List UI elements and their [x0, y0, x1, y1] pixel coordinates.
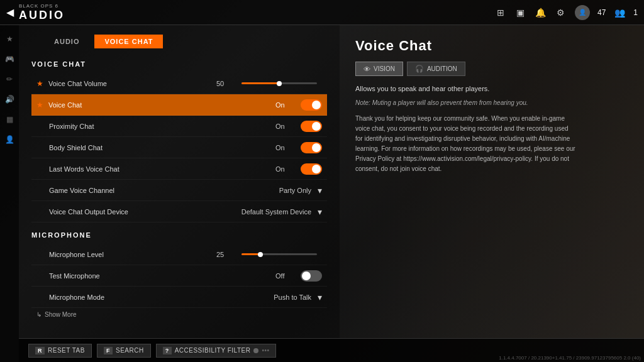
topbar-right: ⊞ ▣ 🔔 ⚙ 👤 47 👥 1: [494, 5, 638, 20]
last-words-label: Last Words Voice Chat: [36, 165, 275, 173]
logo-subtitle: BLACK OPS 6: [19, 3, 65, 9]
grid-icon[interactable]: ⊞: [494, 6, 507, 19]
voice-chat-volume-value: 50: [216, 80, 235, 87]
microphone-level-label: Microphone Level: [36, 251, 216, 258]
output-device-dropdown-icon[interactable]: ▾: [318, 207, 322, 217]
vision-tab-label: VISION: [374, 65, 395, 72]
setting-row-proximity-chat[interactable]: Proximity Chat On: [31, 116, 327, 137]
friends-icon[interactable]: 👥: [613, 6, 626, 19]
last-words-value: On: [275, 165, 294, 173]
detail-body: Thank you for helping keep our community…: [355, 114, 575, 174]
detail-panel: Voice Chat 👁 VISION 🎧 AUDITION Allows yo…: [340, 25, 644, 362]
proximity-chat-value: On: [275, 123, 294, 130]
voice-chat-toggle-knob: [312, 101, 321, 109]
show-more-button[interactable]: ↳ Show More: [31, 308, 327, 321]
last-words-toggle-knob: [312, 165, 321, 173]
voice-chat-value: On: [275, 101, 294, 109]
setting-row-last-words[interactable]: Last Words Voice Chat On: [31, 158, 327, 180]
body-shield-chat-toggle-knob: [312, 143, 321, 152]
audition-tab-label: AUDITION: [427, 65, 457, 72]
detail-tabs: 👁 VISION 🎧 AUDITION: [355, 62, 628, 76]
accessibility-filter-dot: [253, 348, 258, 353]
voice-chat-section-header: VOICE CHAT: [31, 58, 327, 70]
detail-title: Voice Chat: [355, 38, 628, 54]
game-voice-channel-label: Game Voice Channel: [36, 187, 279, 194]
sidebar-item-edit[interactable]: ✏: [2, 72, 17, 87]
gear-icon[interactable]: ⚙: [555, 6, 567, 19]
test-microphone-value: Off: [275, 272, 294, 280]
test-microphone-label: Test Microphone: [36, 272, 275, 280]
microphone-mode-value: Push to Talk: [274, 293, 311, 301]
avatar[interactable]: 👤: [575, 5, 590, 20]
microphone-mode-dropdown-icon[interactable]: ▾: [318, 292, 322, 302]
setting-row-game-voice-channel[interactable]: Game Voice Channel Party Only ▾: [31, 180, 327, 201]
search-key: F: [104, 347, 113, 354]
proximity-chat-label: Proximity Chat: [36, 123, 275, 130]
monitor-icon[interactable]: ▣: [514, 6, 527, 19]
star-icon-voice-chat-volume: ★: [36, 79, 43, 88]
topbar: ◀ BLACK OPS 6 AUDIO ⊞ ▣ 🔔 ⚙ 👤 47 👥 1: [0, 0, 644, 25]
sidebar: ★ 🎮 ✏ 🔊 ▦ 👤: [0, 25, 19, 362]
detail-tab-audition[interactable]: 🎧 AUDITION: [407, 62, 465, 76]
last-words-toggle[interactable]: [301, 163, 322, 175]
logo-area: BLACK OPS 6 AUDIO: [19, 3, 65, 22]
main-tabs: AUDIO VOICE CHAT: [44, 35, 327, 48]
search-button[interactable]: F SEARCH: [97, 344, 151, 358]
main-content: AUDIO VOICE CHAT VOICE CHAT ★ Voice Chat…: [19, 25, 644, 362]
microphone-level-thumb: [258, 252, 263, 257]
setting-row-test-microphone[interactable]: Test Microphone Off: [31, 265, 327, 287]
test-microphone-toggle[interactable]: [301, 270, 322, 282]
setting-row-voice-chat[interactable]: ★ Voice Chat On: [31, 94, 327, 116]
friends-count: 1: [633, 8, 638, 17]
sidebar-item-audio[interactable]: 🔊: [2, 92, 17, 107]
version-text: 1.1.4.4.7007 / 20.21390+1.41.75 / 23909.…: [499, 355, 641, 361]
test-microphone-toggle-knob: [302, 272, 311, 280]
proximity-chat-toggle[interactable]: [301, 121, 322, 132]
proximity-chat-toggle-knob: [312, 122, 321, 131]
setting-row-microphone-mode[interactable]: Microphone Mode Push to Talk ▾: [31, 287, 327, 308]
game-voice-channel-dropdown-icon[interactable]: ▾: [318, 185, 322, 195]
microphone-section-header: MICROPHONE: [31, 229, 327, 241]
sidebar-item-star[interactable]: ★: [2, 31, 17, 47]
voice-chat-volume-fill: [242, 82, 279, 84]
page-title: AUDIO: [19, 9, 65, 22]
bell-icon[interactable]: 🔔: [535, 6, 547, 19]
reset-tab-label: RESET TAB: [48, 347, 85, 354]
accessibility-filter-key: ?: [163, 347, 172, 354]
setting-row-voice-chat-volume[interactable]: ★ Voice Chat Volume 50: [31, 73, 327, 94]
voice-chat-label: Voice Chat: [48, 101, 275, 109]
accessibility-filter-button[interactable]: ? ACCESSIBILITY FILTER •••: [156, 344, 277, 358]
sidebar-item-controller[interactable]: 🎮: [2, 52, 17, 67]
detail-note: Note: Muting a player will also prevent …: [355, 99, 628, 106]
output-device-label: Voice Chat Output Device: [36, 208, 242, 216]
audition-tab-icon: 🎧: [415, 65, 424, 73]
microphone-mode-label: Microphone Mode: [36, 293, 274, 301]
setting-row-output-device[interactable]: Voice Chat Output Device Default System …: [31, 201, 327, 222]
detail-tab-vision[interactable]: 👁 VISION: [355, 62, 403, 76]
accessibility-filter-label: ACCESSIBILITY FILTER: [175, 347, 251, 354]
tab-audio[interactable]: AUDIO: [44, 35, 89, 48]
microphone-level-slider[interactable]: [242, 253, 317, 255]
body-shield-chat-value: On: [275, 144, 294, 151]
sidebar-item-grid[interactable]: ▦: [2, 112, 17, 127]
voice-chat-volume-label: Voice Chat Volume: [48, 80, 216, 87]
voice-chat-volume-slider[interactable]: [242, 82, 317, 84]
microphone-level-value: 25: [216, 251, 235, 258]
setting-row-microphone-level[interactable]: Microphone Level 25: [31, 244, 327, 265]
body-shield-chat-label: Body Shield Chat: [36, 144, 275, 151]
avatar-count: 47: [597, 8, 606, 17]
voice-chat-settings: ★ Voice Chat Volume 50 ★ Voice Chat On: [31, 73, 327, 222]
voice-chat-toggle[interactable]: [301, 99, 322, 111]
setting-row-body-shield-chat[interactable]: Body Shield Chat On: [31, 137, 327, 158]
tab-voice-chat[interactable]: VOICE CHAT: [94, 35, 163, 48]
back-button[interactable]: ◀: [6, 6, 14, 18]
voice-chat-volume-thumb: [277, 81, 282, 86]
topbar-left: ◀ BLACK OPS 6 AUDIO: [6, 3, 65, 22]
vision-tab-icon: 👁: [364, 65, 370, 73]
left-panel: AUDIO VOICE CHAT VOICE CHAT ★ Voice Chat…: [19, 25, 340, 362]
reset-tab-button[interactable]: R RESET TAB: [28, 344, 92, 358]
sidebar-item-profile[interactable]: 👤: [2, 132, 17, 147]
reset-tab-key: R: [35, 347, 45, 354]
body-shield-chat-toggle[interactable]: [301, 142, 322, 153]
star-icon-voice-chat: ★: [36, 101, 43, 109]
